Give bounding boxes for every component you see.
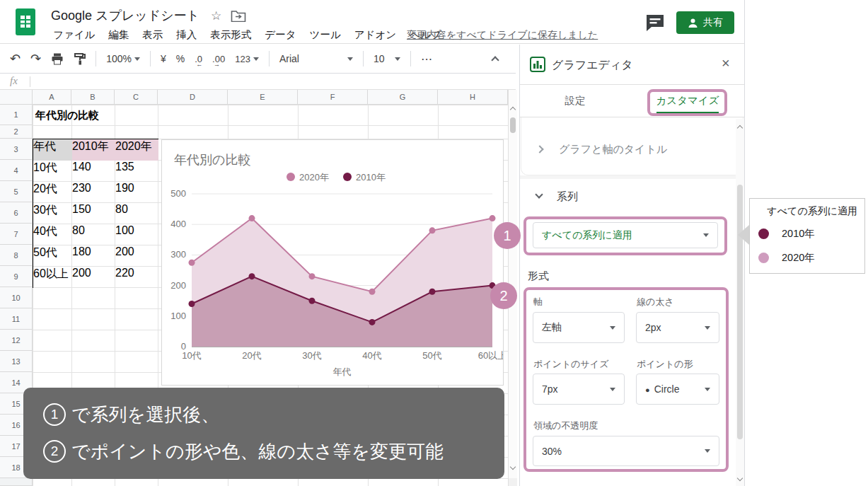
table-cell[interactable]: 60以上 (33, 267, 72, 288)
table-cell[interactable]: 30代 (33, 203, 72, 224)
paint-format-button[interactable] (74, 52, 86, 65)
table-header-cell[interactable]: 年代 (33, 139, 72, 161)
table-cell[interactable]: 40代 (33, 224, 72, 245)
menu-item-5[interactable]: データ (265, 28, 296, 42)
close-icon[interactable]: × (722, 55, 730, 71)
menu-item-2[interactable]: 表示 (142, 28, 163, 42)
table-header-cell[interactable]: 2010年 (72, 139, 115, 161)
table-cell[interactable]: 80 (72, 224, 115, 245)
column-header-B[interactable]: B (71, 90, 115, 105)
scroll-down-icon[interactable] (737, 475, 743, 481)
menu-item-3[interactable]: 挿入 (176, 28, 197, 42)
scroll-up-icon[interactable] (737, 125, 743, 131)
column-header-G[interactable]: G (368, 90, 438, 105)
axis-select[interactable]: 左軸 (533, 312, 625, 343)
table-cell[interactable]: 100 (115, 224, 158, 245)
table-cell[interactable]: 135 (115, 161, 158, 182)
menu-item-7[interactable]: アドオン (354, 28, 396, 42)
row-header-5[interactable]: 5 (0, 181, 33, 202)
panel-scrollbar[interactable] (736, 119, 744, 486)
more-toolbar-button[interactable]: ⋯ (421, 52, 432, 66)
move-to-folder-icon[interactable] (231, 10, 246, 22)
line-thickness-select[interactable]: 2px (636, 312, 719, 343)
row-header-6[interactable]: 6 (0, 202, 33, 224)
point-size-select[interactable]: 7px (533, 374, 625, 405)
collapse-toolbar-button[interactable] (492, 54, 498, 65)
undo-button[interactable]: ↶ (10, 51, 21, 66)
table-cell[interactable]: 10代 (33, 161, 72, 182)
select-all-corner[interactable] (0, 90, 33, 105)
share-button[interactable]: 共有 (676, 11, 734, 34)
redo-button[interactable]: ↷ (30, 51, 41, 66)
annotation-note: 1で系列を選択後、2でポイントの形や色、線の太さ等を変更可能 (23, 388, 504, 479)
font-size-select[interactable]: 10 (374, 53, 400, 64)
chevron-down-icon[interactable] (535, 190, 543, 198)
scrollbar-thumb[interactable] (737, 185, 743, 439)
toolbar-separator (96, 51, 96, 66)
row-header-11[interactable]: 11 (0, 308, 33, 330)
menu-item-1[interactable]: 編集 (108, 28, 129, 42)
panel-header: グラフエディタ × (520, 45, 744, 85)
table-cell[interactable]: 220 (115, 267, 158, 288)
decrease-decimal-button[interactable]: .0← (195, 54, 202, 64)
svg-text:2010年: 2010年 (356, 172, 386, 183)
row-header-2[interactable]: 2 (0, 125, 33, 139)
zoom-select[interactable]: 100% (106, 53, 140, 64)
font-select[interactable]: Arial (279, 53, 353, 64)
callout-series-item: 2020年 (758, 251, 815, 265)
table-header-cell[interactable]: 2020年 (115, 139, 158, 161)
svg-text:20代: 20代 (242, 350, 261, 361)
more-formats-button[interactable]: 123 (235, 54, 259, 64)
cell-a1[interactable]: 年代別の比較 (35, 109, 99, 122)
menu-item-4[interactable]: 表示形式 (210, 28, 251, 42)
row-header-10[interactable]: 10 (0, 287, 33, 308)
column-header-H[interactable]: H (438, 90, 508, 105)
table-cell[interactable]: 180 (72, 245, 115, 267)
row-header-9[interactable]: 9 (0, 266, 33, 287)
comment-history-icon[interactable] (645, 13, 665, 32)
format-percent-button[interactable]: % (176, 53, 185, 64)
row-header-7[interactable]: 7 (0, 224, 33, 245)
section-series[interactable]: 系列 (557, 190, 578, 204)
document-title[interactable]: Google スプレッドシート (51, 7, 199, 24)
table-cell[interactable]: 200 (72, 267, 115, 288)
menu-item-6[interactable]: ツール (310, 28, 341, 42)
column-header-E[interactable]: E (228, 90, 298, 105)
table-cell[interactable]: 200 (115, 245, 158, 267)
table-cell[interactable]: 190 (115, 182, 158, 203)
column-header-A[interactable]: A (33, 90, 71, 105)
toolbar-separator (269, 51, 270, 66)
row-header-12[interactable]: 12 (0, 330, 33, 351)
column-header-D[interactable]: D (158, 90, 228, 105)
tab-settings[interactable]: 設定 (554, 85, 596, 117)
area-opacity-label: 領域の不透明度 (533, 420, 598, 432)
point-shape-select[interactable]: ●Circle (636, 374, 719, 405)
formula-bar[interactable]: fx (0, 74, 516, 90)
table-cell[interactable]: 150 (72, 203, 115, 224)
row-header-3[interactable]: 3 (0, 139, 33, 160)
row-header-8[interactable]: 8 (0, 245, 33, 266)
column-header-C[interactable]: C (115, 90, 158, 105)
column-header-F[interactable]: F (298, 90, 368, 105)
scroll-up-icon[interactable] (510, 107, 516, 112)
table-cell[interactable]: 140 (72, 161, 115, 182)
row-header-13[interactable]: 13 (0, 351, 33, 372)
save-status-link[interactable]: 変更内容をすべてドライブに保存しました (407, 29, 598, 42)
increase-decimal-button[interactable]: .00→ (212, 54, 225, 64)
row-header-4[interactable]: 4 (0, 160, 33, 181)
format-currency-button[interactable]: ¥ (161, 53, 166, 64)
star-icon[interactable]: ☆ (211, 8, 221, 23)
embedded-chart[interactable]: 010020030040050010代20代30代40代50代60以上年代別の比… (161, 139, 504, 386)
section-chart-axis-titles[interactable]: グラフと軸のタイトル (559, 143, 667, 156)
area-opacity-select[interactable]: 30% (533, 436, 719, 466)
print-button[interactable] (51, 53, 64, 65)
series-select[interactable]: すべての系列に適用 (533, 222, 718, 248)
table-cell[interactable]: 50代 (33, 245, 72, 267)
table-cell[interactable]: 20代 (33, 182, 72, 203)
table-cell[interactable]: 80 (115, 203, 158, 224)
table-cell[interactable]: 230 (72, 182, 115, 203)
scrollbar-thumb[interactable] (510, 117, 516, 133)
row-header-1[interactable]: 1 (0, 105, 33, 125)
menu-item-0[interactable]: ファイル (53, 28, 95, 42)
scroll-down-icon[interactable] (510, 464, 516, 470)
